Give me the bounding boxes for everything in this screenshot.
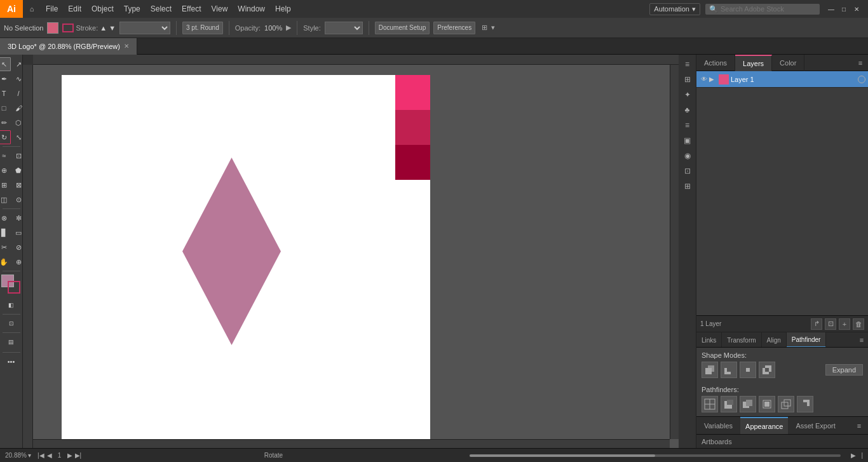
- divide-button[interactable]: [702, 396, 718, 412]
- draw-mode-icon[interactable]: ⬜: [0, 316, 4, 330]
- home-icon[interactable]: ⌂: [23, 0, 41, 18]
- menu-window[interactable]: Window: [233, 0, 270, 18]
- line-tool[interactable]: /: [11, 86, 23, 100]
- column-graph-tool[interactable]: ▊: [0, 226, 11, 240]
- paintbrush-tool[interactable]: 🖌: [11, 101, 23, 115]
- var-panel-menu-icon[interactable]: ≡: [853, 422, 865, 430]
- tab-links[interactable]: Links: [696, 332, 722, 348]
- document-setup-button[interactable]: Document Setup: [375, 22, 430, 34]
- live-paint-tool[interactable]: ⬟: [11, 163, 23, 177]
- stroke-spinner-up[interactable]: ▲: [100, 24, 107, 32]
- menu-type[interactable]: Type: [119, 0, 146, 18]
- pt-round-select[interactable]: 3 pt. Round: [182, 22, 223, 34]
- gradient-mode-icon[interactable]: ◧: [4, 298, 18, 312]
- rect-tool[interactable]: □: [0, 101, 11, 115]
- stroke-spinner-down[interactable]: ▼: [109, 24, 116, 32]
- blend-tool[interactable]: ⊗: [0, 211, 11, 225]
- layers-icon[interactable]: ≡: [681, 57, 695, 71]
- tab-pathfinder[interactable]: Pathfinder: [787, 332, 827, 348]
- hand-tool[interactable]: ✋: [0, 255, 11, 269]
- tab-asset-export[interactable]: Asset Export: [790, 417, 840, 435]
- stock-search-input[interactable]: [721, 5, 816, 13]
- tab-transform[interactable]: Transform: [722, 332, 761, 348]
- delete-layer-button[interactable]: 🗑: [853, 318, 864, 330]
- eraser-tool[interactable]: ⊘: [11, 240, 23, 254]
- expand-button[interactable]: Expand: [825, 364, 863, 376]
- tab-appearance[interactable]: Appearance: [740, 417, 788, 435]
- minus-front-button[interactable]: [721, 362, 737, 378]
- warp-tool[interactable]: ≈: [0, 149, 11, 163]
- gradient-tool[interactable]: ◫: [0, 193, 11, 207]
- minimize-button[interactable]: —: [825, 3, 837, 15]
- layer-visibility-icon[interactable]: 👁: [699, 74, 709, 85]
- menu-view[interactable]: View: [207, 0, 233, 18]
- close-button[interactable]: ✕: [850, 3, 863, 15]
- status-slider[interactable]: [470, 454, 841, 457]
- stroke-color-swatch[interactable]: [8, 281, 20, 294]
- panel-menu-icon[interactable]: ≡: [853, 55, 868, 71]
- eyedropper-tool[interactable]: ⊙: [11, 193, 23, 207]
- layer-target-icon[interactable]: [858, 76, 865, 83]
- horizontal-scrollbar[interactable]: [33, 439, 670, 448]
- zoom-value[interactable]: 20.88%: [5, 452, 27, 459]
- unite-button[interactable]: [702, 362, 718, 378]
- menu-help[interactable]: Help: [270, 0, 296, 18]
- stroke-swatch[interactable]: [62, 24, 74, 32]
- vertical-scrollbar[interactable]: [670, 65, 679, 439]
- color-mode-icon[interactable]: ⬛: [0, 298, 4, 312]
- scale-tool[interactable]: ⤡: [11, 130, 23, 144]
- pencil-tool[interactable]: ✏: [0, 116, 11, 130]
- circle-icon[interactable]: ◉: [681, 149, 695, 163]
- screen-mode-icon[interactable]: ▤: [4, 335, 18, 349]
- merge-button[interactable]: [740, 396, 756, 412]
- tab-close-button[interactable]: ✕: [124, 43, 129, 50]
- artboards-panel[interactable]: Artboards: [696, 434, 868, 448]
- make-sublayer-button[interactable]: ↱: [811, 318, 822, 330]
- rect-icon[interactable]: ▣: [681, 133, 695, 147]
- status-right-icon[interactable]: ▶: [851, 452, 856, 459]
- menu-effect[interactable]: Effect: [177, 0, 206, 18]
- tab-color[interactable]: Color: [772, 55, 804, 71]
- current-page-input[interactable]: 1: [53, 452, 66, 459]
- document-tab[interactable]: 3D Logo* @ 20.88% (RGB/Preview) ✕: [0, 38, 137, 55]
- perspective-tool[interactable]: ⊞: [0, 178, 11, 192]
- more-tools-button[interactable]: •••: [4, 355, 18, 369]
- maximize-button[interactable]: □: [837, 3, 850, 15]
- pathfinder-menu-icon[interactable]: ≡: [855, 332, 868, 347]
- curvature-tool[interactable]: ∿: [11, 72, 23, 86]
- fill-swatch[interactable]: [47, 22, 58, 34]
- lines-icon[interactable]: ≡: [681, 118, 695, 132]
- mesh-tool[interactable]: ⊠: [11, 178, 23, 192]
- grid-icon[interactable]: ⊞: [681, 72, 695, 86]
- menu-file[interactable]: File: [41, 0, 63, 18]
- slice-tool[interactable]: ✂: [0, 240, 11, 254]
- pen-tool[interactable]: ✒: [0, 72, 11, 86]
- direct-selection-tool[interactable]: ↗: [11, 57, 23, 71]
- minus-back-button[interactable]: [797, 396, 813, 412]
- crop-button[interactable]: [759, 396, 775, 412]
- new-layer-button[interactable]: +: [839, 318, 850, 330]
- artboard-tool[interactable]: ▭: [11, 226, 23, 240]
- symbol-sprayer-tool[interactable]: ✼: [11, 211, 23, 225]
- style-select[interactable]: [325, 22, 363, 34]
- arrange-icon[interactable]: ⊞: [482, 24, 487, 32]
- type-tool[interactable]: T: [0, 86, 11, 100]
- first-page-button[interactable]: |◀: [36, 452, 46, 459]
- shape-builder-tool[interactable]: ⊕: [0, 163, 11, 177]
- prev-page-button[interactable]: ◀: [46, 452, 53, 459]
- next-page-button[interactable]: ▶: [66, 452, 74, 459]
- zoom-dropdown-icon[interactable]: ▾: [28, 452, 31, 459]
- puppet-icon[interactable]: ✦: [681, 88, 695, 102]
- layer-expand-icon[interactable]: ▶: [709, 76, 717, 83]
- exclude-button[interactable]: [759, 362, 775, 378]
- tab-layers[interactable]: Layers: [735, 55, 772, 71]
- last-page-button[interactable]: ▶|: [74, 452, 83, 459]
- selection-tool[interactable]: ↖: [0, 57, 11, 71]
- intersect-button[interactable]: [740, 362, 756, 378]
- trim-button[interactable]: [721, 396, 737, 412]
- free-transform-tool[interactable]: ⊡: [11, 149, 23, 163]
- draw-inside-icon[interactable]: ⊡: [4, 316, 18, 330]
- link-icon[interactable]: ⊞: [681, 179, 695, 193]
- clover-icon[interactable]: ♣: [681, 103, 695, 117]
- stroke-type-select[interactable]: [119, 22, 170, 34]
